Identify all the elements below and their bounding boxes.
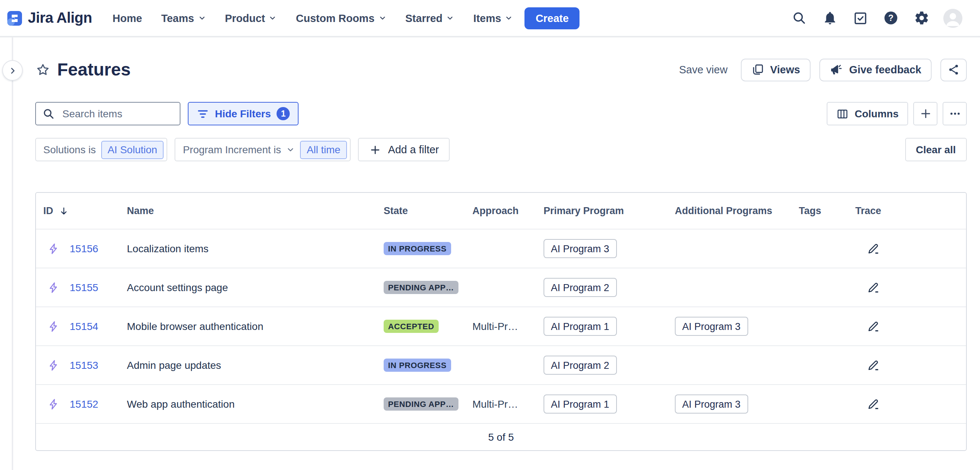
column-header[interactable]: State — [383, 205, 473, 216]
pencil-icon — [867, 241, 882, 256]
add-column-button[interactable] — [913, 102, 937, 125]
filter-chip-value[interactable]: AI Solution — [101, 140, 164, 159]
user-avatar[interactable] — [943, 8, 963, 27]
additional-programs-cell: AI Program 3 — [675, 394, 799, 414]
feature-bolt-icon — [48, 242, 60, 255]
chevron-down-icon — [269, 14, 277, 22]
column-header[interactable]: Tags — [799, 205, 855, 216]
state-badge: IN PROGRESS — [383, 242, 451, 255]
pencil-icon — [867, 319, 882, 333]
column-header[interactable]: Name — [127, 205, 383, 216]
filter-chip[interactable]: Program Increment is All time — [175, 138, 351, 161]
column-header[interactable]: ID — [36, 205, 127, 216]
add-filter-button[interactable]: Add a filter — [358, 138, 450, 161]
nav-menu: Home Teams Product Custom Rooms Starred … — [113, 12, 513, 24]
nav-item[interactable]: Custom Rooms — [296, 12, 386, 24]
feature-id-link[interactable]: 15154 — [70, 321, 98, 332]
primary-program-pill[interactable]: AI Program 1 — [544, 317, 617, 336]
primary-program-pill[interactable]: AI Program 3 — [544, 239, 617, 258]
search-items-input[interactable] — [61, 107, 173, 120]
column-header-label: Additional Programs — [675, 205, 772, 216]
clear-all-button[interactable]: Clear all — [905, 138, 967, 161]
notifications-icon[interactable] — [821, 9, 839, 27]
column-header[interactable]: Trace — [855, 205, 966, 216]
column-header-label: State — [383, 205, 408, 216]
nav-item[interactable]: Teams — [161, 12, 206, 24]
primary-program-cell: AI Program 3 — [544, 239, 675, 258]
feature-id-link[interactable]: 15155 — [70, 281, 98, 293]
column-header-label: Name — [127, 205, 154, 216]
give-feedback-label: Give feedback — [849, 64, 921, 76]
additional-programs-cell: AI Program 3 — [675, 317, 799, 336]
column-header[interactable]: Primary Program — [544, 205, 675, 216]
jira-align-app: Jira Align Home Teams Product Custom Roo… — [0, 0, 980, 470]
feature-bolt-icon — [48, 281, 60, 294]
favorite-star-icon[interactable] — [35, 62, 51, 77]
state-cell: IN PROGRESS — [383, 359, 473, 372]
save-view-button[interactable]: Save view — [675, 63, 732, 76]
feature-bolt-icon — [48, 320, 60, 332]
ellipsis-icon — [948, 107, 961, 120]
filter-bar: Solutions is AI Solution Program Increme… — [35, 138, 967, 161]
filter-chip-value[interactable]: All time — [300, 140, 347, 159]
primary-program-pill[interactable]: AI Program 1 — [544, 394, 617, 414]
column-header[interactable]: Additional Programs — [675, 205, 799, 216]
create-button[interactable]: Create — [525, 7, 579, 29]
trace-edit-button[interactable] — [855, 280, 882, 295]
feature-name: Admin page updates — [127, 359, 383, 371]
filter-count-badge: 1 — [277, 107, 290, 120]
trace-edit-button[interactable] — [855, 241, 882, 256]
chevron-down-icon — [505, 14, 513, 22]
feature-id-link[interactable]: 15156 — [70, 243, 98, 254]
nav-item[interactable]: Product — [225, 12, 277, 24]
columns-label: Columns — [854, 108, 899, 119]
table-row: 15152 Web app authentication PENDING APP… — [36, 384, 966, 423]
additional-program-pill[interactable]: AI Program 3 — [675, 394, 748, 414]
trace-edit-button[interactable] — [855, 319, 882, 333]
nav-item-label: Items — [474, 12, 501, 24]
filter-chip[interactable]: Solutions is AI Solution — [35, 138, 168, 161]
jira-align-logo[interactable]: Jira Align — [7, 10, 92, 26]
hide-filters-button[interactable]: Hide Filters 1 — [188, 102, 299, 125]
expand-sidebar-button[interactable] — [2, 60, 23, 81]
columns-button[interactable]: Columns — [827, 102, 908, 125]
nav-item[interactable]: Items — [474, 12, 513, 24]
state-cell: IN PROGRESS — [383, 242, 473, 255]
state-cell: PENDING APP… — [383, 281, 473, 294]
help-icon[interactable]: ? — [882, 9, 900, 27]
pencil-icon — [867, 358, 882, 373]
chevron-down-icon — [286, 145, 295, 154]
feature-name: Mobile browser authentication — [127, 321, 383, 332]
column-header-label: Approach — [473, 205, 519, 216]
list-toolbar: Hide Filters 1 Columns — [35, 102, 967, 125]
feature-id-link[interactable]: 15153 — [70, 359, 98, 371]
settings-icon[interactable] — [913, 9, 931, 27]
plus-icon — [919, 107, 932, 120]
feature-bolt-icon — [48, 398, 60, 410]
state-cell: ACCEPTED — [383, 320, 473, 333]
table-body: 15156 Localization items IN PROGRESS AI … — [36, 229, 966, 423]
filter-icon — [197, 107, 209, 120]
trace-edit-button[interactable] — [855, 397, 882, 411]
chevron-down-icon — [198, 14, 206, 22]
search-icon[interactable] — [790, 9, 808, 27]
share-button[interactable] — [940, 58, 967, 81]
more-options-button[interactable] — [943, 102, 967, 125]
nav-item[interactable]: Starred — [405, 12, 454, 24]
views-button[interactable]: Views — [741, 58, 811, 81]
page-title: Features — [57, 59, 130, 80]
tasks-icon[interactable] — [852, 9, 869, 27]
search-items-box — [35, 102, 180, 125]
table-row: 15154 Mobile browser authentication ACCE… — [36, 306, 966, 345]
primary-program-pill[interactable]: AI Program 2 — [544, 278, 617, 297]
column-header[interactable]: Approach — [473, 205, 544, 216]
primary-program-pill[interactable]: AI Program 2 — [544, 356, 617, 375]
column-header-label: ID — [43, 205, 53, 216]
feature-id-link[interactable]: 15152 — [70, 398, 98, 410]
additional-program-pill[interactable]: AI Program 3 — [675, 317, 748, 336]
nav-item[interactable]: Home — [113, 12, 142, 24]
feature-name: Account settings page — [127, 281, 383, 293]
give-feedback-button[interactable]: Give feedback — [819, 58, 932, 81]
table-row: 15156 Localization items IN PROGRESS AI … — [36, 229, 966, 268]
trace-edit-button[interactable] — [855, 358, 882, 373]
